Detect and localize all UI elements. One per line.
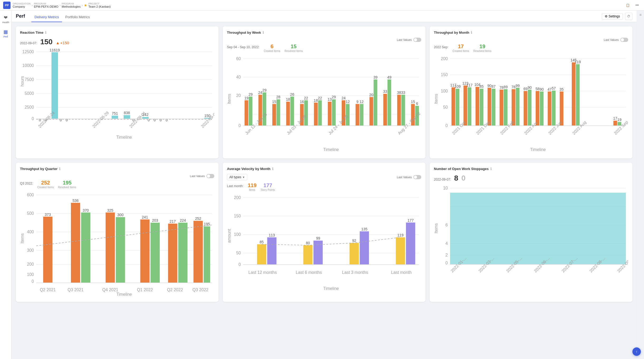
svg-text:90: 90 [487,84,492,88]
svg-text:39: 39 [373,75,377,79]
velocity-items-stat: 119 Items [248,182,256,191]
svg-rect-86 [374,80,377,126]
svg-text:19: 19 [617,118,622,122]
svg-text:50: 50 [236,251,241,255]
toggle-row-quarter: Last Values [20,174,214,178]
svg-rect-205 [204,226,210,283]
last-values-toggle-quarter[interactable] [206,174,214,178]
svg-text:6: 6 [446,223,448,227]
settings-button[interactable]: ⚙ Settings [602,13,623,20]
toggle-row-week: Last Values [227,38,421,42]
svg-text:Q2 2021: Q2 2021 [40,288,56,292]
svg-text:0: 0 [239,263,241,267]
svg-text:9: 9 [356,100,359,104]
sidebar-item-perf[interactable]: ▦ Perf [1,27,11,40]
info-icon-week: ℹ [263,31,264,35]
reaction-time-title: Reaction Time ℹ [20,31,214,35]
svg-rect-203 [193,221,203,283]
svg-text:49: 49 [387,75,391,79]
velocity-sp-stat: 177 Story Points [261,182,275,191]
type-dropdown[interactable]: All types ▼ [227,174,247,180]
svg-text:33: 33 [383,89,387,94]
last-values-toggle-velocity[interactable] [413,175,421,179]
svg-rect-90 [388,80,391,126]
svg-text:5000: 5000 [25,91,34,96]
svg-text:0: 0 [32,279,34,284]
svg-rect-60 [286,102,290,126]
svg-text:17: 17 [613,116,617,120]
svg-text:224: 224 [180,219,186,223]
throughput-month-card: Throughput by Month ℹ Last Values 2022 S… [430,26,632,158]
reaction-time-delta: ▲ +150 [56,41,69,45]
app-icon[interactable]: PP [3,2,11,9]
svg-text:57: 57 [552,86,556,90]
svg-text:47: 47 [548,87,552,91]
svg-text:Q1 2022: Q1 2022 [137,288,153,292]
svg-rect-84 [369,97,373,126]
svg-text:Last 3 months: Last 3 months [342,270,368,275]
svg-text:2022-08-29: 2022-08-29 [91,110,110,129]
svg-text:150: 150 [234,214,241,218]
svg-text:0: 0 [160,118,162,122]
svg-text:4: 4 [446,241,448,246]
svg-text:92: 92 [352,239,356,243]
svg-rect-127 [480,89,483,126]
tab-delivery-metrics[interactable]: Delivery Metrics [31,15,62,22]
svg-text:Q3 2021: Q3 2021 [67,288,84,292]
svg-rect-153 [560,91,563,126]
svg-rect-125 [476,87,479,126]
svg-rect-82 [360,104,364,126]
svg-text:Last 6 months: Last 6 months [296,270,322,275]
svg-text:12500: 12500 [22,50,34,54]
svg-text:78: 78 [511,85,516,89]
scroll-top-button[interactable]: ↑ [632,347,641,356]
tab-bar: Delivery Metrics Portfolio Metrics [31,11,93,22]
breadcrumb-program1: PROGRAM EPM-PEFX-DEMO [34,2,59,8]
svg-text:217: 217 [170,219,176,224]
avg-velocity-chart: amount 200 150 100 50 0 85 [227,193,421,293]
svg-rect-240 [406,223,415,265]
quarter-created-stat: 252 Created Items [37,180,54,189]
tab-portfolio-metrics[interactable]: Portfolio Metrics [62,15,93,22]
sep2: › [59,3,61,7]
last-values-toggle-week[interactable] [413,38,421,42]
history-icon: ⏱ [627,14,630,18]
svg-rect-193 [116,217,125,283]
svg-text:60: 60 [236,56,241,61]
chevron-down-icon: ▼ [242,176,245,179]
svg-rect-185 [43,217,52,283]
list-icon[interactable]: ≡ [639,13,641,17]
month-resolved-stat: 19 Resolved Items [473,43,492,52]
svg-rect-54 [263,93,266,126]
sidebar-item-health[interactable]: ❤ Health [1,13,11,26]
svg-text:200: 200 [441,56,448,61]
info-icon-month: ℹ [471,31,472,35]
svg-rect-68 [314,103,318,126]
svg-text:20: 20 [369,93,374,97]
svg-rect-230 [303,245,313,265]
svg-text:hours: hours [20,76,25,87]
star-icon[interactable]: ★ [84,3,87,7]
last-values-toggle-month[interactable] [620,38,628,42]
page-actions: ⚙ Settings ⏱ [602,13,632,20]
info-icon-stoppages: ℹ [490,167,492,171]
svg-text:85: 85 [480,84,484,89]
open-stoppages-card: Number of Open Work Stoppages ℹ 2022-09-… [430,163,632,302]
svg-text:18: 18 [314,98,318,103]
svg-text:12: 12 [360,100,364,104]
more-icon[interactable]: ••• [633,2,641,9]
sep3: › [82,3,83,7]
svg-text:119: 119 [397,233,404,237]
svg-rect-151 [552,91,555,126]
svg-rect-228 [267,237,277,265]
history-button[interactable]: ⏱ [625,13,632,20]
throughput-month-svg: Items 200 150 100 50 0 1 [434,54,628,153]
svg-rect-131 [492,89,495,126]
svg-text:113: 113 [269,233,275,237]
svg-text:100: 100 [27,272,34,277]
svg-rect-13 [51,52,58,119]
svg-rect-139 [516,88,520,126]
svg-text:2022-09-01: 2022-09-01 [128,110,147,129]
notifications-icon[interactable]: 📋 [624,2,631,9]
sep1: › [32,3,33,7]
